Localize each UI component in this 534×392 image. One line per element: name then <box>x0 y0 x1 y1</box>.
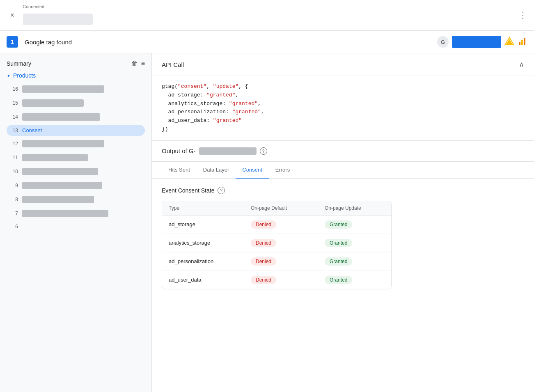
svg-rect-3 <box>521 40 523 45</box>
close-button[interactable]: × <box>7 9 18 21</box>
item-bar <box>22 85 104 93</box>
table-row: ad_user_data Denied Granted <box>162 271 391 289</box>
tag-number-badge: 1 <box>7 36 18 48</box>
list-item[interactable]: 8 <box>7 193 145 206</box>
table-row: ad_personalization Denied Granted <box>162 252 391 271</box>
output-id-blur <box>199 147 257 155</box>
google-ads-icon <box>504 36 514 48</box>
output-section: Output of G- ? Hits Sent Data Layer Cons… <box>152 141 534 298</box>
top-bar: × Connected ⋮ <box>0 0 534 31</box>
g-icon: G <box>437 36 449 48</box>
status-badge: Denied <box>251 276 276 284</box>
list-item[interactable]: 10 <box>7 165 145 178</box>
chevron-down-icon: ▼ <box>7 73 11 78</box>
connected-label: Connected <box>23 4 44 9</box>
collapse-button[interactable]: ∧ <box>519 60 524 69</box>
col-default-header: On-page Default <box>251 205 325 211</box>
consent-table: Type On-page Default On-page Update ad_s… <box>162 201 392 289</box>
products-section: ▼ Products 16 15 14 13 Consent <box>0 72 151 232</box>
content-area: API Call ∧ gtag("consent", "update", { a… <box>152 53 534 392</box>
code-block: gtag("consent", "update", { ad_storage: … <box>152 76 534 140</box>
list-item[interactable]: 16 <box>7 83 145 95</box>
tab-data-layer[interactable]: Data Layer <box>197 162 236 179</box>
status-badge: Denied <box>251 257 276 266</box>
item-bar <box>22 154 88 161</box>
products-header[interactable]: ▼ Products <box>7 72 145 79</box>
list-item[interactable]: 7 <box>7 207 145 220</box>
item-bar <box>22 168 98 175</box>
account-selector[interactable] <box>23 14 93 25</box>
code-line-3: analytics_storage: "granted", <box>162 100 524 108</box>
output-title-prefix: Output of G- <box>162 147 196 154</box>
api-call-title: API Call <box>162 61 184 68</box>
sidebar-title: Summary <box>7 60 31 67</box>
code-line-close: }) <box>162 125 524 134</box>
item-bar <box>22 99 84 107</box>
api-call-header: API Call ∧ <box>152 53 534 76</box>
delete-icon[interactable]: 🗑 <box>131 60 138 67</box>
code-line-4: ad_personalization: "granted", <box>162 108 524 117</box>
list-item[interactable]: 12 <box>7 138 145 150</box>
list-item[interactable]: 14 <box>7 111 145 123</box>
consent-type: ad_personalization <box>169 258 251 264</box>
code-line-1: gtag("consent", "update", { <box>162 83 524 91</box>
tabs-bar: Hits Sent Data Layer Consent Errors <box>152 162 534 179</box>
svg-rect-2 <box>519 42 520 45</box>
list-item[interactable]: 15 <box>7 97 145 109</box>
consent-state-header: Event Consent State ? <box>162 187 524 194</box>
list-item[interactable]: 11 <box>7 151 145 164</box>
item-bar <box>22 182 102 189</box>
tag-found-label: Google tag found <box>25 39 431 46</box>
status-badge: Granted <box>325 220 352 229</box>
code-line-2: ad_storage: "granted", <box>162 91 524 100</box>
tag-button[interactable] <box>452 36 501 48</box>
table-row: ad_storage Denied Granted <box>162 215 391 234</box>
consent-help-icon[interactable]: ? <box>218 187 225 194</box>
status-badge: Granted <box>325 276 352 284</box>
table-row: analytics_storage Denied Granted <box>162 234 391 252</box>
status-badge: Denied <box>251 220 276 229</box>
sidebar-actions: 🗑 ≡ <box>131 60 145 67</box>
tab-consent[interactable]: Consent <box>236 162 268 179</box>
sort-icon[interactable]: ≡ <box>141 60 145 67</box>
consent-type: analytics_storage <box>169 240 251 246</box>
sidebar: Summary 🗑 ≡ ▼ Products 16 15 <box>0 53 152 392</box>
list-item-consent[interactable]: 13 Consent <box>7 125 145 136</box>
table-header: Type On-page Default On-page Update <box>162 201 391 215</box>
consent-label: Consent <box>22 127 42 133</box>
status-badge: Denied <box>251 239 276 247</box>
consent-state-label: Event Consent State <box>162 187 214 194</box>
consent-type: ad_storage <box>169 221 251 227</box>
api-call-section: API Call ∧ gtag("consent", "update", { a… <box>152 53 534 141</box>
tab-errors[interactable]: Errors <box>269 162 296 179</box>
svg-rect-4 <box>524 38 525 45</box>
status-badge: Granted <box>325 257 352 266</box>
consent-content: Event Consent State ? Type On-page Defau… <box>152 179 534 298</box>
tab-hits-sent[interactable]: Hits Sent <box>162 162 197 179</box>
consent-type: ad_user_data <box>169 277 251 283</box>
item-bar <box>22 113 100 121</box>
more-button[interactable]: ⋮ <box>519 10 527 20</box>
main-layout: Summary 🗑 ≡ ▼ Products 16 15 <box>0 53 534 392</box>
products-label: Products <box>13 72 36 79</box>
code-line-5: ad_user_data: "granted" <box>162 117 524 125</box>
tag-icons: G <box>437 36 527 48</box>
item-bar <box>22 210 108 217</box>
col-update-header: On-page Update <box>325 205 392 211</box>
sidebar-header: Summary 🗑 ≡ <box>0 60 151 72</box>
list-item[interactable]: 6 <box>7 221 145 232</box>
item-bar <box>22 140 104 147</box>
tag-header: 1 Google tag found G <box>0 31 534 53</box>
help-icon[interactable]: ? <box>260 147 267 155</box>
item-bar <box>22 196 94 203</box>
list-item[interactable]: 9 <box>7 179 145 192</box>
col-type-header: Type <box>169 205 251 211</box>
analytics-icon <box>518 36 527 48</box>
status-badge: Granted <box>325 239 352 247</box>
output-header: Output of G- ? <box>152 141 534 162</box>
